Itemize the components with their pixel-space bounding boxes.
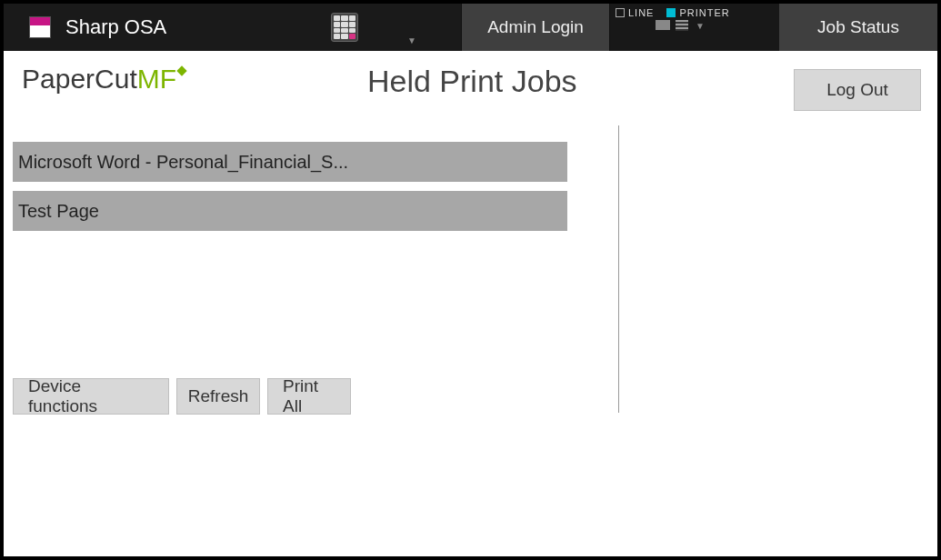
action-bar: Device functions Refresh Print All — [13, 378, 351, 415]
print-all-label: Print All — [283, 376, 335, 416]
logout-label: Log Out — [826, 80, 888, 100]
content-area: PaperCut MF Held Print Jobs Microsoft Wo… — [4, 51, 937, 556]
refresh-label: Refresh — [188, 386, 249, 406]
side-panel: Log Out — [619, 51, 937, 556]
keypad-button[interactable] — [326, 4, 363, 51]
printer-status: PRINTER — [666, 7, 729, 18]
job-list: Microsoft Word - Personal_Financial_S...… — [13, 142, 609, 231]
job-status-label: Job Status — [817, 17, 899, 37]
dropdown-toggle[interactable]: ▼ — [363, 4, 461, 51]
line-status: LINE — [616, 7, 654, 18]
logout-button[interactable]: Log Out — [794, 69, 921, 111]
printer-indicator-icon — [666, 8, 676, 17]
job-name: Test Page — [18, 201, 99, 222]
tray-icon — [656, 20, 670, 30]
top-bar: Sharp OSA ▼ Admin Login LINE PRINT — [4, 4, 937, 51]
print-all-button[interactable]: Print All — [267, 378, 351, 415]
refresh-button[interactable]: Refresh — [176, 378, 260, 415]
topbar-brand: Sharp OSA — [4, 4, 326, 51]
chevron-down-icon: ▼ — [696, 21, 705, 31]
topbar-title: Sharp OSA — [65, 15, 166, 39]
status-panel[interactable]: LINE PRINTER ▼ — [610, 4, 779, 51]
job-item[interactable]: Test Page — [13, 191, 567, 231]
status-row: LINE PRINTER — [616, 7, 774, 18]
status-glyphs: ▼ — [616, 20, 774, 31]
keypad-icon — [331, 13, 358, 42]
papercut-logo: PaperCut MF — [22, 64, 185, 95]
brand-second: MF — [137, 64, 176, 95]
leaf-icon — [176, 65, 186, 75]
job-status-button[interactable]: Job Status — [779, 4, 937, 51]
admin-login-button[interactable]: Admin Login — [461, 4, 610, 51]
device-functions-label: Device functions — [28, 376, 154, 416]
brand-first: PaperCut — [22, 64, 137, 95]
device-functions-button[interactable]: Device functions — [13, 378, 169, 415]
queue-icon — [676, 20, 688, 31]
printer-label: PRINTER — [679, 7, 729, 18]
job-item[interactable]: Microsoft Word - Personal_Financial_S... — [13, 142, 567, 182]
job-name: Microsoft Word - Personal_Financial_S... — [18, 152, 348, 173]
page-title: Held Print Jobs — [367, 64, 577, 99]
admin-login-label: Admin Login — [487, 17, 584, 37]
app-window: Sharp OSA ▼ Admin Login LINE PRINT — [0, 0, 941, 560]
main-panel: PaperCut MF Held Print Jobs Microsoft Wo… — [4, 51, 618, 556]
line-indicator-icon — [616, 8, 625, 17]
osa-logo-icon — [29, 16, 51, 38]
line-label: LINE — [628, 7, 654, 18]
